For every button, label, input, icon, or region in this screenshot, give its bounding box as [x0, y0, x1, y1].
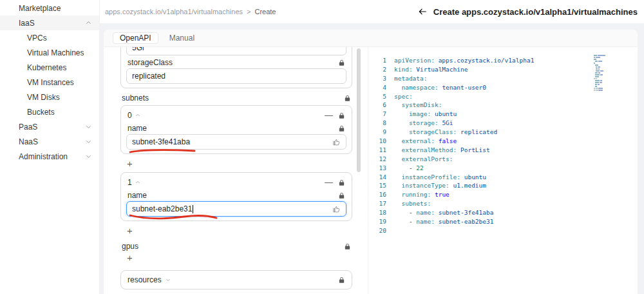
- lock-icon[interactable]: [338, 59, 345, 66]
- chevron-down-icon: [166, 277, 171, 282]
- code-line[interactable]: 2kind: VirtualMachine: [375, 65, 608, 74]
- breadcrumb-separator: >: [247, 8, 251, 15]
- code-line[interactable]: 20: [375, 226, 608, 235]
- storageclass-input[interactable]: replicated: [126, 68, 346, 84]
- code-line[interactable]: 19 - name: subnet-eab2be31: [375, 217, 608, 226]
- subnet-1-name-input[interactable]: subnet-eab2be31: [126, 201, 346, 217]
- thumbs-up-icon: [332, 138, 341, 146]
- sidebar-item-kubernetes[interactable]: Kubernetes: [0, 60, 99, 75]
- sidebar-section-naas[interactable]: NaaS: [0, 134, 99, 149]
- code-line[interactable]: 17 subnets:: [375, 199, 608, 208]
- code-line[interactable]: 9 storageClass: replicated: [375, 128, 608, 137]
- systemdisk-panel: 5Gi storageClass replicated: [120, 47, 352, 88]
- code-line[interactable]: 13 - 22: [375, 164, 608, 173]
- sidebar-section-label: IaaS: [19, 19, 35, 28]
- subnets-label-row: subnets: [122, 93, 351, 103]
- code-line[interactable]: 14 instanceProfile: ubuntu: [375, 173, 608, 182]
- lock-icon[interactable]: [338, 179, 345, 186]
- subnet-1-name-value: subnet-eab2be31: [132, 204, 192, 213]
- sidebar: Marketplace IaaS VPCs Virtual Machines K…: [0, 0, 100, 294]
- sidebar-section-administration[interactable]: Administration: [0, 149, 99, 164]
- thumbs-up-icon: [332, 205, 341, 213]
- code-line[interactable]: 4 namespace: tenant-user0: [375, 83, 608, 92]
- app-root: Marketplace IaaS VPCs Virtual Machines K…: [0, 0, 644, 294]
- subnet-0-name-input[interactable]: subnet-3fe41aba: [126, 134, 346, 150]
- content-area: OpenAPI Manual 5Gi storageClass: [100, 23, 644, 294]
- lock-icon[interactable]: [344, 243, 351, 250]
- sidebar-item-label: Kubernetes: [27, 63, 66, 72]
- editor-minimap[interactable]: [594, 55, 608, 93]
- sidebar-item-vm-instances[interactable]: VM Instances: [0, 75, 99, 90]
- code-line[interactable]: 6 systemDisk:: [375, 101, 608, 110]
- chevron-up-icon: [86, 20, 91, 26]
- code-line[interactable]: 1apiVersion: apps.cozystack.io/v1alpha1: [375, 56, 608, 65]
- lock-icon[interactable]: [338, 125, 345, 132]
- sidebar-section-label: NaaS: [19, 137, 38, 146]
- subnet-item-0-header: 0 —: [128, 110, 345, 121]
- lock-icon[interactable]: [338, 192, 345, 199]
- sidebar-item-label: VM Instances: [27, 78, 74, 87]
- sidebar-item-label: Buckets: [27, 108, 55, 117]
- code-line[interactable]: 12 externalPorts:: [375, 155, 608, 164]
- minus-icon[interactable]: —: [323, 112, 335, 119]
- code-line[interactable]: 8 storage: 5Gi: [375, 119, 608, 128]
- yaml-editor[interactable]: 1apiVersion: apps.cozystack.io/v1alpha12…: [368, 47, 638, 294]
- sidebar-item-label: VPCs: [27, 34, 47, 43]
- add-subnet-button[interactable]: +: [127, 159, 136, 168]
- sidebar-section-label: PaaS: [19, 122, 37, 132]
- subnet-item-0-panel: 0 — name: [120, 105, 352, 154]
- tab-openapi[interactable]: OpenAPI: [113, 32, 158, 44]
- lock-icon[interactable]: [338, 277, 345, 284]
- subnet-item-1-header: 1 —: [128, 177, 345, 188]
- resources-panel[interactable]: resources: [120, 270, 352, 289]
- resources-label: resources: [128, 275, 162, 284]
- code-lines: 1apiVersion: apps.cozystack.io/v1alpha12…: [375, 56, 608, 235]
- chevron-up-icon[interactable]: [135, 180, 140, 185]
- minus-icon[interactable]: —: [323, 179, 335, 186]
- sidebar-item-vm-disks[interactable]: VM Disks: [0, 90, 99, 104]
- storageclass-label-row: storageClass: [128, 58, 345, 67]
- sidebar-item-virtual-machines[interactable]: Virtual Machines: [0, 45, 99, 60]
- breadcrumb: apps.cozystack.io/v1alpha1/virtualmachin…: [105, 8, 276, 15]
- chevron-down-icon: [86, 139, 91, 144]
- form-pane: 5Gi storageClass replicated: [117, 47, 352, 294]
- subnet-item-1-index: 1: [128, 178, 132, 187]
- add-subnet-button[interactable]: +: [127, 226, 136, 235]
- add-gpu-button[interactable]: +: [127, 253, 136, 262]
- subnet-1-name-label: name: [128, 191, 147, 200]
- subnet-1-name-label-row: name: [128, 191, 345, 200]
- code-line[interactable]: 7 image: ubuntu: [375, 110, 608, 119]
- sidebar-section-iaas[interactable]: IaaS: [0, 15, 99, 30]
- code-line[interactable]: 15 instanceType: u1.medium: [375, 181, 608, 190]
- subnet-0-name-label: name: [128, 124, 147, 133]
- code-line[interactable]: 3metadata:: [375, 74, 608, 83]
- code-line[interactable]: 5spec:: [375, 92, 608, 101]
- storageclass-input-value: replicated: [132, 72, 166, 81]
- chevron-up-icon[interactable]: [135, 113, 140, 118]
- code-line[interactable]: 18 - name: subnet-3fe41aba: [375, 208, 608, 217]
- sidebar-item-buckets[interactable]: Buckets: [0, 104, 99, 119]
- sidebar-item-marketplace[interactable]: Marketplace: [0, 1, 99, 15]
- storage-input[interactable]: 5Gi: [126, 47, 346, 55]
- arrow-left-icon[interactable]: [418, 7, 427, 16]
- code-line[interactable]: 11 externalMethod: PortList: [375, 146, 608, 155]
- form-tabs: OpenAPI Manual: [104, 30, 638, 47]
- page-title: Create apps.cozystack.io/v1alpha1/virtua…: [433, 7, 638, 17]
- lock-icon[interactable]: [338, 112, 345, 119]
- breadcrumb-current: Create: [254, 8, 276, 15]
- top-bar: apps.cozystack.io/v1alpha1/virtualmachin…: [100, 0, 644, 23]
- chevron-down-icon: [86, 124, 91, 130]
- chevron-down-icon: [86, 153, 91, 159]
- code-line[interactable]: 16 running: true: [375, 190, 608, 199]
- subnets-label: subnets: [122, 93, 149, 103]
- storageclass-label: storageClass: [128, 58, 173, 67]
- breadcrumb-path[interactable]: apps.cozystack.io/v1alpha1/virtualmachin…: [105, 8, 243, 15]
- form-scrollbar-thumb[interactable]: [357, 48, 361, 172]
- code-line[interactable]: 10 external: false: [375, 137, 608, 146]
- create-form-card: OpenAPI Manual 5Gi storageClass: [104, 30, 638, 294]
- sidebar-item-vpcs[interactable]: VPCs: [0, 30, 99, 45]
- lock-icon[interactable]: [344, 95, 351, 102]
- sidebar-section-paas[interactable]: PaaS: [0, 119, 99, 134]
- tab-manual[interactable]: Manual: [162, 32, 202, 44]
- text-caret: [193, 205, 193, 213]
